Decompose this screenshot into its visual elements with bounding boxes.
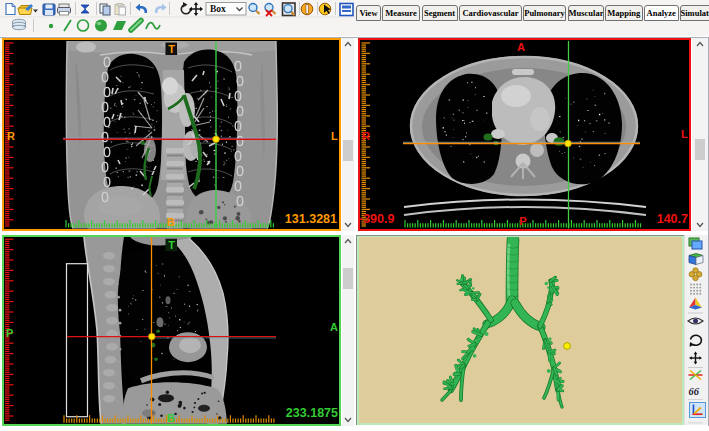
svg-text:P: P	[519, 215, 526, 227]
svg-text:B: B	[167, 216, 175, 228]
svg-text:-390.9: -390.9	[360, 212, 394, 226]
svg-text:131.3281: 131.3281	[285, 212, 337, 226]
svg-text:Box: Box	[210, 4, 226, 14]
svg-text:66: 66	[689, 386, 700, 397]
svg-text:R: R	[7, 130, 15, 142]
svg-text:233.1875: 233.1875	[286, 406, 338, 420]
svg-text:A: A	[330, 321, 338, 333]
svg-text:T: T	[168, 239, 175, 251]
svg-text:A: A	[517, 41, 525, 53]
svg-text:R: R	[362, 130, 370, 142]
svg-text:P: P	[6, 327, 13, 339]
svg-text:L: L	[331, 130, 338, 142]
svg-text:L: L	[681, 128, 688, 140]
svg-text:T: T	[168, 43, 175, 55]
svg-text:140.7: 140.7	[657, 212, 688, 226]
svg-text:B: B	[167, 412, 175, 424]
